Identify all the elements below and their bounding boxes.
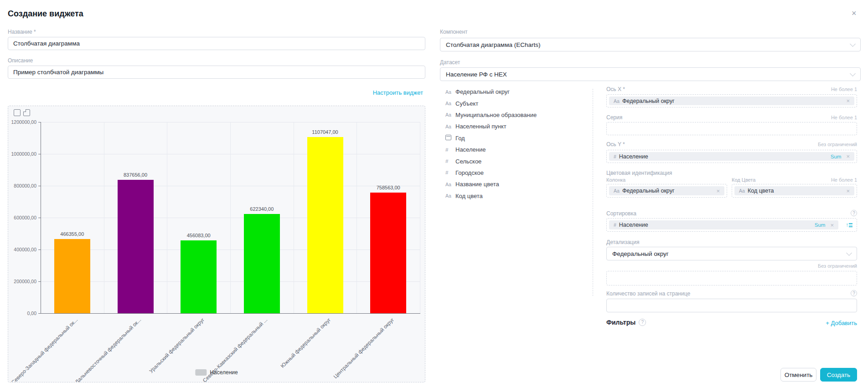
sorting-chip-text: Население bbox=[619, 222, 648, 228]
dataset-field-list: АаФедеральный округАаСубъектАаМуниципаль… bbox=[445, 86, 587, 202]
dataset-field-number[interactable]: #Сельское bbox=[445, 155, 587, 167]
dataset-field-text[interactable]: АаФедеральный округ bbox=[445, 86, 587, 97]
y-tick-label: 400000,00 bbox=[8, 247, 36, 252]
number-field-icon: # bbox=[614, 222, 616, 228]
y-axis-chip-text: Население bbox=[619, 153, 648, 160]
bar-2[interactable] bbox=[118, 180, 154, 313]
dataset-field-text[interactable]: АаНазвание цвета bbox=[445, 178, 587, 190]
x-axis-chip[interactable]: Аа Федеральный округ bbox=[609, 97, 854, 105]
bar-value-label: 466355,00 bbox=[45, 231, 99, 237]
name-input[interactable] bbox=[8, 37, 425, 50]
x-axis-label: Ось X * bbox=[606, 86, 625, 92]
component-select[interactable]: Столбчатая диаграмма (ECharts) bbox=[440, 38, 861, 51]
filters-label: Фильтры bbox=[606, 319, 636, 326]
bar-3[interactable] bbox=[181, 240, 217, 313]
calendar-icon bbox=[445, 135, 455, 141]
detail-label: Детализация bbox=[606, 239, 639, 245]
sorting-dropzone[interactable]: # Население Sum ↑ bbox=[606, 218, 857, 232]
text-field-icon: Аа bbox=[445, 112, 455, 117]
fields-form-divider[interactable] bbox=[593, 89, 593, 296]
bar-5[interactable] bbox=[307, 137, 343, 313]
legend-label: Население bbox=[210, 369, 238, 376]
bar-1[interactable] bbox=[54, 239, 90, 313]
number-field-icon: # bbox=[445, 158, 455, 164]
bar-6[interactable] bbox=[370, 193, 406, 313]
question-circle-icon[interactable] bbox=[851, 290, 857, 296]
dataset-field-text[interactable]: АаНаселенный пункт bbox=[445, 121, 587, 132]
color-code-limit: Не более 1 bbox=[766, 177, 857, 183]
aggregation-tag[interactable]: Sum bbox=[831, 154, 842, 159]
question-circle-icon[interactable] bbox=[639, 319, 646, 326]
sorting-chip[interactable]: # Население Sum bbox=[609, 220, 838, 229]
text-field-icon: Аа bbox=[445, 101, 455, 106]
bar-4[interactable] bbox=[244, 214, 280, 313]
description-label: Описание bbox=[8, 57, 33, 64]
clear-x-icon[interactable] bbox=[830, 222, 834, 228]
gridline-vertical bbox=[104, 122, 104, 313]
text-field-icon: Аа bbox=[445, 182, 455, 187]
number-field-icon: # bbox=[614, 154, 616, 159]
page-size-label: Количество записей на странице bbox=[606, 290, 690, 297]
aggregation-tag[interactable]: Sum bbox=[815, 222, 826, 228]
add-filter-button[interactable]: + Добавить bbox=[826, 320, 857, 326]
bar-value-label: 1107047,00 bbox=[298, 129, 352, 135]
text-field-icon: Аа bbox=[445, 124, 455, 129]
field-label: Код цвета bbox=[455, 193, 483, 199]
close-icon[interactable] bbox=[852, 9, 857, 17]
dataset-field-number[interactable]: #Население bbox=[445, 144, 587, 155]
x-axis-dropzone[interactable]: Аа Федеральный округ bbox=[606, 94, 857, 107]
dataset-field-date[interactable]: Год bbox=[445, 132, 587, 144]
bar-value-label: 758563,00 bbox=[361, 185, 416, 190]
chevron-down-icon bbox=[850, 71, 856, 76]
sort-ascending-icon[interactable]: ↑ bbox=[846, 222, 852, 228]
field-label: Сельское bbox=[455, 158, 481, 165]
color-column-dropzone[interactable]: Аа Федеральный округ bbox=[606, 184, 727, 198]
field-label: Население bbox=[455, 146, 486, 153]
create-button[interactable]: Создать bbox=[820, 368, 857, 382]
component-value: Столбчатая диаграмма (ECharts) bbox=[446, 41, 851, 48]
color-column-chip-text: Федеральный округ bbox=[622, 188, 675, 194]
dataset-label: Датасет bbox=[440, 59, 460, 66]
cancel-button[interactable]: Отменить bbox=[780, 368, 816, 382]
text-field-icon: Аа bbox=[445, 89, 455, 95]
x-tick-label: Дальневосточный федеральный ок... bbox=[48, 317, 142, 382]
legend-swatch-icon bbox=[195, 369, 207, 376]
y-axis-chip[interactable]: # Население Sum bbox=[609, 152, 854, 161]
extra-dropzone[interactable] bbox=[606, 271, 857, 285]
y-tick-label: 600000,00 bbox=[8, 215, 36, 220]
number-field-icon: # bbox=[445, 147, 455, 153]
text-field-icon: Аа bbox=[614, 98, 620, 104]
description-input[interactable] bbox=[8, 66, 425, 79]
dataset-select[interactable]: Население РФ с HEX bbox=[440, 67, 861, 81]
dataset-value: Население РФ с HEX bbox=[446, 71, 851, 78]
dataset-field-number[interactable]: #Городское bbox=[445, 167, 587, 178]
dataset-field-text[interactable]: АаМуниципальное образование bbox=[445, 109, 587, 121]
color-identification-label: Цветовая идентификация bbox=[606, 170, 672, 176]
clear-x-icon[interactable] bbox=[716, 188, 720, 194]
color-column-chip[interactable]: Аа Федеральный округ bbox=[609, 186, 724, 195]
bar-chart: 0,00200000,00400000,00600000,00800000,00… bbox=[8, 106, 425, 382]
number-field-icon: # bbox=[445, 170, 455, 175]
clear-x-icon[interactable] bbox=[846, 98, 850, 104]
color-column-label: Колонка bbox=[606, 177, 625, 183]
y-axis-limit: Без ограничений bbox=[766, 142, 857, 147]
clear-x-icon[interactable] bbox=[846, 188, 850, 194]
color-code-dropzone[interactable]: Аа Код цвета bbox=[732, 184, 857, 198]
legend-item[interactable]: Население bbox=[195, 369, 238, 376]
series-label: Серия bbox=[606, 114, 622, 121]
clear-x-icon[interactable] bbox=[846, 153, 850, 159]
dataset-field-text[interactable]: АаСубъект bbox=[445, 97, 587, 109]
configure-widget-link[interactable]: Настроить виджет bbox=[373, 89, 423, 96]
y-axis-dropzone[interactable]: # Население Sum bbox=[606, 150, 857, 163]
text-field-icon: Аа bbox=[614, 188, 620, 194]
question-circle-icon[interactable] bbox=[851, 210, 857, 216]
chevron-down-icon bbox=[850, 41, 856, 47]
dataset-field-text[interactable]: АаКод цвета bbox=[445, 190, 587, 202]
text-field-icon: Аа bbox=[739, 188, 745, 194]
detail-select[interactable]: Федеральный округ bbox=[606, 247, 857, 260]
color-code-chip[interactable]: Аа Код цвета bbox=[734, 186, 854, 195]
series-dropzone[interactable] bbox=[606, 122, 857, 135]
name-label: Название * bbox=[8, 29, 36, 35]
page-size-input[interactable] bbox=[606, 299, 857, 312]
bar-value-label: 622340,00 bbox=[234, 206, 289, 212]
